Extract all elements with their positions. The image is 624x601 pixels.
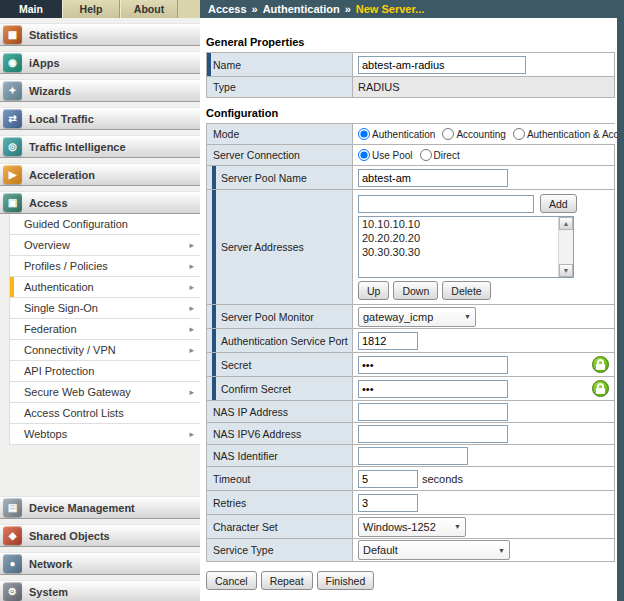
nas-ip-input[interactable] [358,403,508,421]
sub-item-label: Single Sign-On [24,302,98,314]
scroll-down-icon[interactable]: ▼ [559,264,573,277]
sidebar-item-profiles-policies[interactable]: Profiles / Policies ▸ [10,256,200,277]
table-row-retries: Retries [207,491,615,515]
breadcrumb-page[interactable]: Authentication [263,3,340,15]
up-button[interactable]: Up [358,281,389,300]
mode-option-authentication[interactable]: Authentication [358,128,435,140]
sidebar-item-webtops[interactable]: Webtops ▸ [10,424,200,445]
sidebar-item-secure-web-gateway[interactable]: Secure Web Gateway ▸ [10,382,200,403]
right-edge-strip [617,18,624,601]
server-pool-name-label: Server Pool Name [207,166,353,189]
sub-item-label: Federation [24,323,77,335]
direct-radio[interactable] [420,149,432,161]
general-properties-title: General Properties [206,36,615,48]
table-row-character-set: Character Set Windows-1252 ▼ [207,515,615,539]
select-value: gateway_icmp [363,311,433,323]
sidebar-item-acceleration[interactable]: ▶ Acceleration [0,163,200,186]
sidebar-item-traffic-intelligence[interactable]: ◎ Traffic Intelligence [0,135,200,158]
name-label: Name [207,53,353,76]
delete-button[interactable]: Delete [442,281,490,300]
mode-radio-authentication[interactable] [358,128,370,140]
chevron-right-icon: ▸ [189,387,194,397]
access-submenu: Guided Configuration Overview ▸ Profiles… [9,214,200,445]
timeout-input[interactable] [358,470,418,488]
character-set-select[interactable]: Windows-1252 ▼ [358,517,466,537]
local-traffic-icon: ⇄ [3,109,22,128]
sidebar-item-access[interactable]: ▣ Access [0,191,200,214]
cancel-button[interactable]: Cancel [206,571,257,590]
auth-service-port-input[interactable] [358,332,418,350]
list-item[interactable]: 30.30.30.30 [359,245,558,259]
radio-label: Direct [434,150,460,161]
secret-input[interactable] [358,356,508,374]
sidebar-item-authentication[interactable]: Authentication ▸ [10,277,200,298]
sidebar-item-label: System [29,586,68,598]
sub-item-label: Guided Configuration [24,218,128,230]
sub-item-label: Access Control Lists [24,407,124,419]
list-item[interactable]: 10.10.10.10 [359,217,558,231]
repeat-button[interactable]: Repeat [261,571,313,590]
name-input[interactable] [358,56,526,74]
iapps-icon: ◉ [3,53,22,72]
chevron-right-icon: ▸ [189,282,194,292]
sidebar-item-label: Access [29,197,68,209]
mode-radio-accounting[interactable] [442,128,454,140]
confirm-secret-input[interactable] [358,380,508,398]
breadcrumb-section[interactable]: Access [208,3,247,15]
sidebar-item-label: iApps [29,57,60,69]
main-content: General Properties Name Type RADIUS Conf… [200,18,617,601]
sidebar-item-guided-configuration[interactable]: Guided Configuration [10,214,200,235]
sidebar-item-network[interactable]: ● Network [0,552,200,575]
sidebar-item-federation[interactable]: Federation ▸ [10,319,200,340]
sidebar-item-system[interactable]: ⚙ System [0,580,200,601]
listbox-scrollbar[interactable]: ▲ ▼ [558,217,573,277]
sidebar-spacer [0,445,200,491]
server-pool-monitor-select[interactable]: gateway_icmp ▼ [358,307,476,327]
server-addresses-label: Server Addresses [207,190,353,304]
use-pool-radio[interactable] [358,149,370,161]
sidebar-item-label: Network [29,558,72,570]
sidebar-item-api-protection[interactable]: API Protection [10,361,200,382]
statistics-icon: ▦ [3,25,22,44]
chevron-right-icon: ▸ [189,261,194,271]
server-connection-option-use-pool[interactable]: Use Pool [358,149,413,161]
nas-identifier-input[interactable] [358,447,468,465]
nas-identifier-label: NAS Identifier [207,445,353,466]
server-address-input[interactable] [358,195,534,213]
sidebar-item-shared-objects[interactable]: ◆ Shared Objects [0,524,200,547]
nas-ipv6-input[interactable] [358,425,508,443]
retries-input[interactable] [358,494,418,512]
sidebar-item-connectivity-vpn[interactable]: Connectivity / VPN ▸ [10,340,200,361]
sidebar-item-local-traffic[interactable]: ⇄ Local Traffic [0,107,200,130]
shared-objects-icon: ◆ [3,526,22,545]
sidebar-item-wizards[interactable]: ✦ Wizards [0,79,200,102]
mode-radio-auth-accounting[interactable] [513,128,525,140]
server-pool-name-input[interactable] [358,169,508,187]
service-type-select[interactable]: Default ▼ [358,540,510,560]
mode-option-accounting[interactable]: Accounting [442,128,505,140]
scrollbar-track[interactable] [559,230,573,264]
tab-help[interactable]: Help [62,0,120,18]
sidebar-item-single-sign-on[interactable]: Single Sign-On ▸ [10,298,200,319]
nas-ipv6-label: NAS IPV6 Address [207,423,353,444]
server-addresses-listbox[interactable]: 10.10.10.10 20.20.20.20 30.30.30.30 ▲ ▼ [358,216,574,278]
chevron-right-icon: ▸ [189,345,194,355]
down-button[interactable]: Down [393,281,438,300]
server-connection-option-direct[interactable]: Direct [420,149,460,161]
general-properties-table: Name Type RADIUS [206,52,615,98]
finished-button[interactable]: Finished [317,571,375,590]
sidebar-item-statistics[interactable]: ▦ Statistics [0,23,200,46]
table-row-type: Type RADIUS [207,77,615,98]
list-item[interactable]: 20.20.20.20 [359,231,558,245]
sidebar-item-overview[interactable]: Overview ▸ [10,235,200,256]
sidebar-item-iapps[interactable]: ◉ iApps [0,51,200,74]
tab-main[interactable]: Main [0,0,62,18]
mode-option-auth-accounting[interactable]: Authentication & Accounting [513,128,617,140]
tab-about[interactable]: About [120,0,178,18]
mode-label: Mode [207,124,353,144]
timeout-unit: seconds [422,473,463,485]
sidebar-item-device-management[interactable]: ▤ Device Management [0,496,200,519]
scroll-up-icon[interactable]: ▲ [559,217,573,230]
add-button[interactable]: Add [540,194,577,213]
sidebar-item-access-control-lists[interactable]: Access Control Lists [10,403,200,424]
